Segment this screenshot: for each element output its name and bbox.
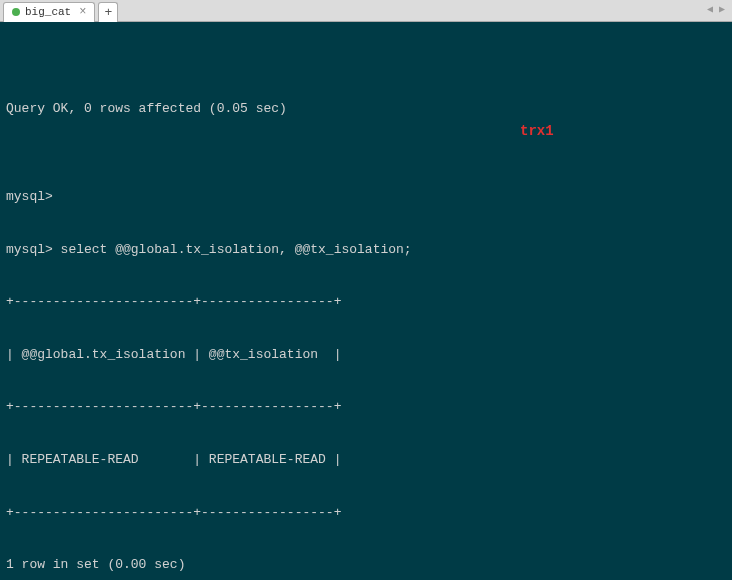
close-icon[interactable]: ×	[79, 5, 86, 19]
output-line: Query OK, 0 rows affected (0.05 sec)	[6, 100, 726, 118]
output-line: +-----------------------+---------------…	[6, 504, 726, 522]
status-dot-icon	[12, 8, 20, 16]
output-line: | REPEATABLE-READ | REPEATABLE-READ |	[6, 451, 726, 469]
tab-title: big_cat	[25, 6, 71, 18]
nav-prev-icon[interactable]: ◀	[705, 3, 715, 15]
annotation-trx1: trx1	[520, 122, 554, 141]
nav-arrows: ◀ ▶	[705, 3, 727, 15]
nav-next-icon[interactable]: ▶	[717, 3, 727, 15]
output-line: +-----------------------+---------------…	[6, 398, 726, 416]
new-tab-button[interactable]: +	[98, 2, 118, 22]
tab-bigcat[interactable]: big_cat ×	[3, 2, 95, 22]
output-line: +-----------------------+---------------…	[6, 293, 726, 311]
output-line: 1 row in set (0.00 sec)	[6, 556, 726, 574]
output-line: | @@global.tx_isolation | @@tx_isolation…	[6, 346, 726, 364]
output-line: mysql> select @@global.tx_isolation, @@t…	[6, 241, 726, 259]
output-line: mysql>	[6, 188, 726, 206]
tab-bar: big_cat × + ◀ ▶	[0, 0, 732, 22]
terminal-output[interactable]: trx1 Query OK, 0 rows affected (0.05 sec…	[0, 22, 732, 580]
